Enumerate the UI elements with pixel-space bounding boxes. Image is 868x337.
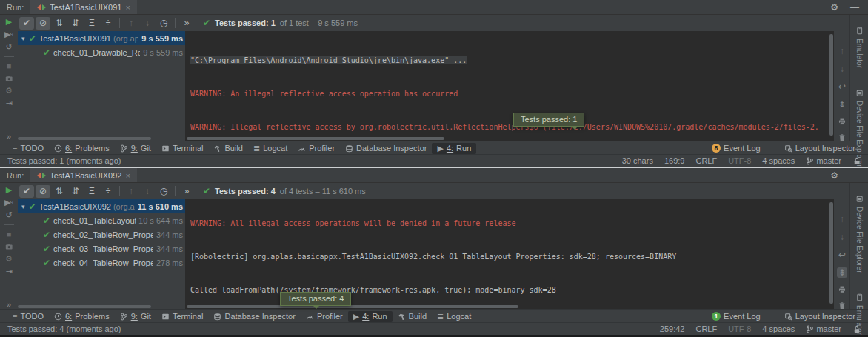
indent-setting[interactable]: 4 spaces	[762, 156, 795, 165]
collapse-all-button[interactable]: ÷	[101, 185, 116, 198]
tool-window-button-profiler[interactable]: Profiler	[293, 143, 340, 153]
show-ignored-button[interactable]: ⊘	[36, 17, 50, 30]
jump-to-source-icon[interactable]: ⇥	[5, 99, 12, 108]
tool-window-button-logcat[interactable]: ≣Logcat	[248, 143, 293, 154]
test-history-button[interactable]: ◷	[156, 17, 171, 30]
event-log-button[interactable]: 1Event Log	[707, 311, 766, 321]
sort-alphabetically-button[interactable]: ⇅	[52, 185, 67, 198]
sidebar-tab-device-file-explorer[interactable]: Device File Explorer	[855, 195, 864, 273]
overflow-icon[interactable]: »	[179, 17, 194, 30]
previous-failed-test-button[interactable]: ↑	[124, 17, 138, 30]
tool-window-button-git[interactable]: 9:Git	[115, 311, 156, 321]
show-passed-button[interactable]: ✔	[19, 185, 34, 198]
scroll-to-end-icon[interactable]: ⇟	[837, 267, 847, 278]
hide-icon[interactable]: —	[850, 170, 859, 181]
tool-window-button-build[interactable]: Build	[393, 311, 432, 321]
tree-horizontal-scrollbar[interactable]	[18, 137, 151, 140]
thread-dump-icon[interactable]	[4, 242, 13, 251]
overflow-icon[interactable]: »	[179, 185, 194, 198]
next-failed-test-button[interactable]: ↓	[140, 185, 155, 198]
soft-wrap-icon[interactable]: ↩	[838, 250, 846, 260]
git-branch-widget[interactable]: master	[806, 156, 841, 165]
caret-position[interactable]: 169:9	[664, 156, 685, 165]
console-horizontal-scrollbar[interactable]	[187, 137, 444, 140]
console-output-1[interactable]: "C:\Program Files\Android\Android Studio…	[185, 31, 834, 141]
tool-window-button-terminal[interactable]: Terminal	[156, 143, 209, 153]
gear-icon[interactable]: ⚙	[830, 170, 838, 181]
console-vertical-scrollbar[interactable]	[829, 202, 833, 304]
print-icon[interactable]	[838, 117, 847, 126]
previous-failed-test-button[interactable]: ↑	[124, 185, 138, 198]
tool-window-button-todo[interactable]: ≡TODO	[7, 143, 49, 153]
sort-by-duration-button[interactable]: ⇵	[68, 17, 83, 30]
tool-window-button-problems[interactable]: 6:Problems	[49, 143, 115, 153]
stop-button[interactable]: ■	[7, 61, 12, 71]
line-ending[interactable]: CRLF	[695, 324, 717, 333]
tool-window-button-build[interactable]: Build	[208, 143, 247, 153]
tool-window-button-profiler[interactable]: Profiler	[301, 311, 348, 321]
caret-position[interactable]: 259:42	[660, 324, 685, 333]
lock-icon[interactable]	[852, 157, 861, 165]
rerun-button[interactable]: ▶	[6, 17, 12, 27]
chevron-down-icon[interactable]: ▾	[21, 35, 26, 42]
thread-dump-icon[interactable]	[4, 74, 13, 83]
test-tree-root-row[interactable]: ▾ ✔ TestA1BasicUIX091 (org.aplas.basicap…	[18, 31, 185, 45]
test-tree-row[interactable]: ✔ check_04_TableRow_Properties 278 ms	[18, 256, 185, 270]
tool-window-button-terminal[interactable]: Terminal	[156, 311, 209, 321]
layout-inspector-button[interactable]: Layout Inspector	[779, 311, 861, 321]
test-tree-row[interactable]: ✔ check_02_TableRow_Properties 344 ms	[18, 227, 185, 241]
up-arrow-icon[interactable]: ↑	[840, 46, 844, 56]
down-arrow-icon[interactable]: ↓	[840, 232, 844, 242]
console-horizontal-scrollbar[interactable]	[187, 305, 518, 308]
rerun-auto-button[interactable]: ↺	[5, 42, 12, 52]
line-ending[interactable]: CRLF	[695, 156, 717, 165]
jump-to-source-icon[interactable]: ⇥	[5, 267, 12, 276]
settings-icon[interactable]: ⚙	[5, 254, 13, 264]
test-history-button[interactable]: ◷	[156, 185, 171, 198]
show-ignored-button[interactable]: ⊘	[36, 185, 50, 198]
tool-window-button-database-inspector[interactable]: Database Inspector	[208, 311, 300, 321]
file-encoding[interactable]: UTF-8	[728, 324, 751, 333]
git-branch-widget[interactable]: master	[806, 324, 841, 333]
sort-by-duration-button[interactable]: ⇵	[68, 185, 83, 198]
rerun-failed-button[interactable]: ▶9	[4, 30, 13, 39]
next-failed-test-button[interactable]: ↓	[140, 17, 155, 30]
test-tree-row[interactable]: ✔ check_03_TableRow_Properties 344 ms	[18, 241, 185, 256]
settings-icon[interactable]: ⚙	[5, 86, 13, 96]
layout-inspector-button[interactable]: Layout Inspector	[779, 143, 861, 153]
stop-button[interactable]: ■	[7, 230, 12, 239]
expand-all-button[interactable]: Ξ	[84, 17, 99, 30]
tool-window-button-problems[interactable]: 6:Problems	[49, 311, 115, 321]
soft-wrap-icon[interactable]: ↩	[838, 81, 846, 92]
down-arrow-icon[interactable]: ↓	[840, 64, 844, 74]
run-tab-testa1basicuix092[interactable]: TestA1BasicUIX092 ×	[30, 168, 137, 182]
tool-window-button-run[interactable]: ▶4:Run	[432, 143, 476, 154]
sidebar-tab-emulator[interactable]: Emulator	[855, 27, 864, 68]
tool-window-button-database-inspector[interactable]: Database Inspector	[340, 143, 432, 153]
hide-icon[interactable]: —	[850, 2, 859, 13]
chevron-down-icon[interactable]: ▾	[21, 203, 26, 210]
expand-all-button[interactable]: Ξ	[84, 185, 99, 198]
collapse-all-button[interactable]: ÷	[101, 17, 116, 30]
tool-window-button-logcat[interactable]: ≣Logcat	[432, 311, 476, 322]
show-passed-button[interactable]: ✔	[19, 17, 34, 30]
scroll-to-end-icon[interactable]: ⇟	[838, 99, 846, 110]
indent-setting[interactable]: 4 spaces	[762, 324, 795, 333]
file-encoding[interactable]: UTF-8	[728, 156, 751, 165]
rerun-auto-button[interactable]: ↺	[5, 210, 12, 220]
test-tree-row[interactable]: ✔ check_01_Drawable_Resources 9 s 559 ms	[18, 45, 185, 59]
print-icon[interactable]	[838, 285, 847, 294]
console-vertical-scrollbar[interactable]	[829, 34, 833, 136]
close-icon[interactable]: ×	[125, 171, 130, 180]
sort-alphabetically-button[interactable]: ⇅	[52, 17, 67, 30]
rerun-button[interactable]: ▶	[6, 185, 12, 195]
close-icon[interactable]: ×	[125, 3, 130, 12]
test-tree-root-row[interactable]: ▾ ✔ TestA1BasicUIX092 (org.aplas.basica …	[18, 199, 185, 213]
gear-icon[interactable]: ⚙	[830, 2, 838, 13]
event-log-button[interactable]: 8Event Log	[707, 143, 766, 153]
tool-window-button-run[interactable]: ▶4:Run	[348, 311, 393, 322]
tree-horizontal-scrollbar[interactable]	[18, 305, 151, 308]
lock-icon[interactable]	[852, 325, 861, 333]
up-arrow-icon[interactable]: ↑	[840, 214, 844, 224]
rerun-failed-button[interactable]: ▶9	[4, 198, 13, 207]
